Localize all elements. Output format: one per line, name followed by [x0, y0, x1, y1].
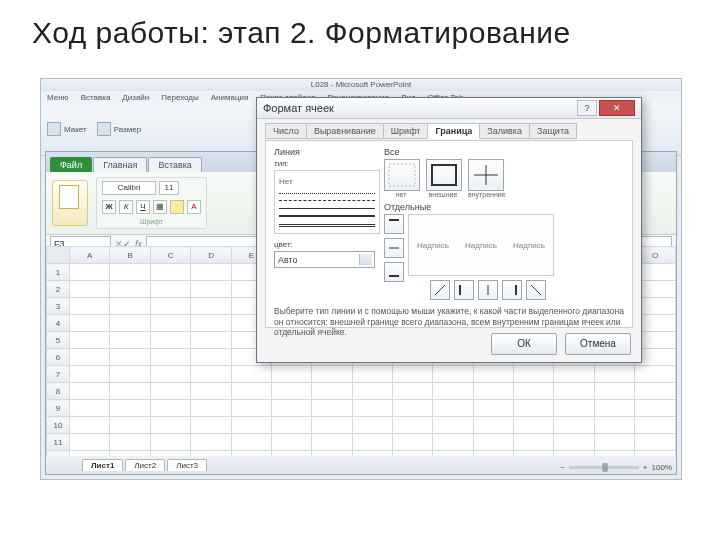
underline-button[interactable]: Ч — [136, 200, 150, 214]
powerpoint-titlebar: L028 - Microsoft PowerPoint — [41, 79, 681, 91]
row-header[interactable]: 11 — [47, 434, 70, 451]
line-style-list[interactable]: Нет — [274, 170, 380, 234]
col-header[interactable]: A — [70, 247, 110, 264]
dialog-tab-protection[interactable]: Защита — [529, 123, 577, 139]
row-header[interactable]: 3 — [47, 298, 70, 315]
border-left-button[interactable] — [454, 280, 474, 300]
dialog-tab-fill[interactable]: Заливка — [479, 123, 530, 139]
border-hmid-button[interactable] — [384, 238, 404, 258]
ppt-menu-item[interactable]: Переходы — [161, 93, 199, 102]
sheet-tab[interactable]: Лист2 — [125, 459, 165, 471]
slide-title: Ход работы: этап 2. Форматирование — [0, 0, 720, 50]
col-header[interactable]: C — [150, 247, 190, 264]
row-header[interactable]: 8 — [47, 383, 70, 400]
row-header[interactable]: 9 — [47, 400, 70, 417]
col-header[interactable]: D — [191, 247, 231, 264]
ppt-menu-item[interactable]: Анимация — [211, 93, 249, 102]
row-header[interactable]: 1 — [47, 264, 70, 281]
paste-button[interactable] — [52, 180, 88, 226]
format-cells-dialog: Формат ячеек ? ✕ Число Выравнивание Шриф… — [256, 97, 642, 363]
fill-color-button[interactable] — [170, 200, 184, 214]
col-header[interactable]: B — [110, 247, 150, 264]
row-header[interactable]: 2 — [47, 281, 70, 298]
border-top-button[interactable] — [384, 214, 404, 234]
row-header[interactable]: 7 — [47, 366, 70, 383]
border-vmid-button[interactable] — [478, 280, 498, 300]
preset-none-label: нет — [384, 191, 418, 198]
ok-button[interactable]: ОК — [491, 333, 557, 355]
row-header[interactable]: 4 — [47, 315, 70, 332]
preset-inside[interactable] — [468, 159, 504, 191]
sheet-tab[interactable]: Лист1 — [82, 459, 123, 471]
ppt-ribbon-size[interactable]: Размер — [97, 107, 142, 151]
preset-outline-label: внешние — [426, 191, 460, 198]
excel-tab-file[interactable]: Файл — [50, 157, 92, 172]
row-header[interactable]: 6 — [47, 349, 70, 366]
help-button[interactable]: ? — [577, 100, 597, 116]
cancel-button[interactable]: Отмена — [565, 333, 631, 355]
separate-section-label: Отдельные — [384, 202, 620, 212]
zoom-slider[interactable] — [569, 466, 639, 469]
row-header[interactable]: 5 — [47, 332, 70, 349]
sheet-tab-strip: Лист1 Лист2 Лист3 −+ 100% — [46, 456, 676, 474]
embedded-screenshot: L028 - Microsoft PowerPoint Меню Вставка… — [40, 78, 682, 480]
all-section-label: Все — [384, 147, 620, 157]
excel-tab-insert[interactable]: Вставка — [148, 157, 201, 172]
row-header[interactable]: 10 — [47, 417, 70, 434]
border-bottom-button[interactable] — [384, 262, 404, 282]
ppt-menu-item[interactable]: Меню — [47, 93, 69, 102]
border-diag-down-button[interactable] — [526, 280, 546, 300]
bold-button[interactable]: Ж — [102, 200, 116, 214]
dialog-tab-border[interactable]: Граница — [427, 123, 480, 139]
italic-button[interactable]: К — [119, 200, 133, 214]
select-all-corner[interactable] — [47, 247, 70, 264]
svg-rect-1 — [432, 165, 456, 185]
ppt-menu-item[interactable]: Дизайн — [122, 93, 149, 102]
close-button[interactable]: ✕ — [599, 100, 635, 116]
excel-tab-home[interactable]: Главная — [93, 157, 147, 172]
svg-line-11 — [531, 285, 541, 295]
font-size-combo[interactable]: 11 — [159, 181, 179, 195]
font-color-button[interactable]: A — [187, 200, 201, 214]
line-section-label: Линия — [274, 147, 384, 157]
border-preview[interactable]: Надпись Надпись Надпись — [408, 214, 554, 276]
border-button[interactable]: ▦ — [153, 200, 167, 214]
svg-rect-0 — [389, 164, 415, 186]
font-group-label: Шрифт — [102, 218, 201, 225]
dialog-title: Формат ячеек — [263, 102, 334, 114]
line-type-label: тип: — [274, 159, 384, 168]
preset-none[interactable] — [384, 159, 420, 191]
ppt-ribbon-layout[interactable]: Макет — [47, 107, 87, 151]
sheet-tab[interactable]: Лист3 — [167, 459, 207, 471]
ppt-menu-item[interactable]: Вставка — [81, 93, 111, 102]
font-group: Calibri11 Ж К Ч ▦ A Шрифт — [96, 177, 207, 229]
line-color-label: цвет: — [274, 240, 384, 249]
dialog-tabs: Число Выравнивание Шрифт Граница Заливка… — [257, 119, 641, 139]
dialog-tab-number[interactable]: Число — [265, 123, 307, 139]
svg-line-7 — [435, 285, 445, 295]
dialog-tab-alignment[interactable]: Выравнивание — [306, 123, 384, 139]
preset-outline[interactable] — [426, 159, 462, 191]
preset-inside-label: внутренние — [468, 191, 502, 198]
border-right-button[interactable] — [502, 280, 522, 300]
line-color-combo[interactable]: Авто — [274, 251, 375, 268]
dialog-tab-font[interactable]: Шрифт — [383, 123, 429, 139]
zoom-value: 100% — [652, 463, 672, 472]
border-diag-up-button[interactable] — [430, 280, 450, 300]
font-name-combo[interactable]: Calibri — [102, 181, 156, 195]
